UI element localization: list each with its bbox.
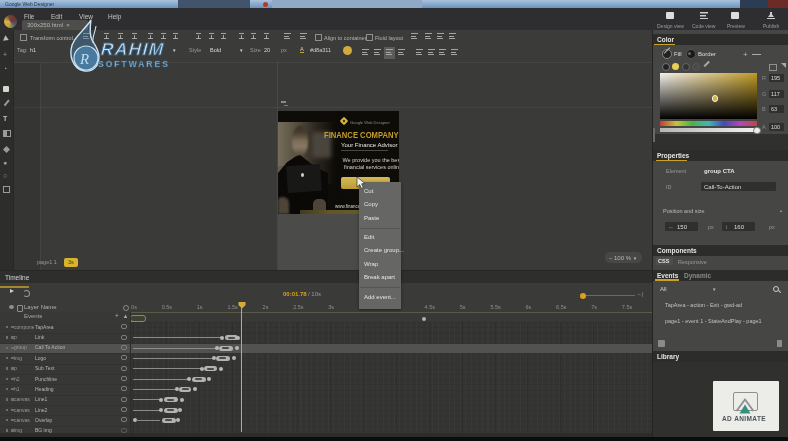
svg-text:R: R [79, 51, 89, 67]
